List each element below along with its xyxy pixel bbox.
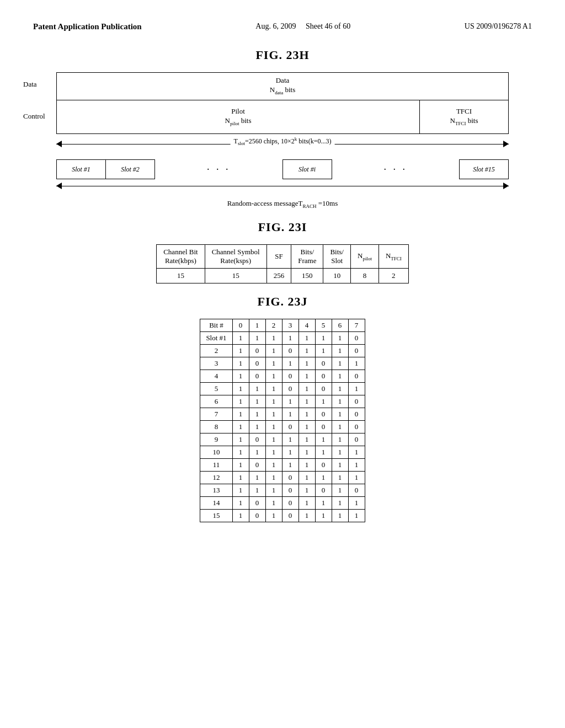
fig23j-slot-label-6: 7 xyxy=(200,408,232,420)
fig23j-val-13-1: 0 xyxy=(249,496,265,509)
fig23j-val-11-1: 1 xyxy=(249,471,265,484)
fig23j-val-8-0: 1 xyxy=(232,433,249,446)
fig23j-val-1-4: 1 xyxy=(299,344,315,357)
fig23j-val-0-1: 1 xyxy=(249,331,265,344)
fig23j-row-4: 511101011 xyxy=(200,382,365,395)
tfci-line2: NTFCI bits xyxy=(450,116,478,127)
fig23j-val-6-4: 1 xyxy=(299,408,315,420)
fig23j-val-4-3: 0 xyxy=(282,382,299,395)
fig23j-val-11-7: 1 xyxy=(348,471,365,484)
fig23j-val-13-2: 1 xyxy=(265,496,282,509)
fig23j-val-10-7: 1 xyxy=(348,458,365,471)
fig23j-val-0-6: 1 xyxy=(332,331,348,344)
fig23j-col-6: 6 xyxy=(332,319,348,331)
fig23j-val-13-0: 1 xyxy=(232,496,249,509)
fig23j-val-4-7: 1 xyxy=(348,382,365,395)
fig23j-val-7-7: 0 xyxy=(348,420,365,433)
slots-arrow xyxy=(56,179,509,195)
fig23j-val-3-4: 1 xyxy=(299,370,315,382)
publication-number: US 2009/0196278 A1 xyxy=(465,22,532,31)
fig23j-val-14-0: 1 xyxy=(232,509,249,522)
tfci-cell: TFCI NTFCI bits xyxy=(420,100,508,133)
fig23j-slot-label-5: 6 xyxy=(200,395,232,408)
fig23j-val-6-2: 1 xyxy=(265,408,282,420)
fig23j-slot-label-13: 14 xyxy=(200,496,232,509)
fig23j-row-10: 1110111011 xyxy=(200,458,365,471)
fig23j-val-5-5: 1 xyxy=(315,395,332,408)
tfci-line1: TFCI xyxy=(450,107,478,116)
fig23j-val-13-5: 1 xyxy=(315,496,332,509)
fig23j-val-12-6: 1 xyxy=(332,484,348,496)
fig23j-val-2-3: 1 xyxy=(282,357,299,370)
control-label: Control xyxy=(23,112,45,121)
fig23j-val-5-2: 1 xyxy=(265,395,282,408)
publication-date: Aug. 6, 2009 xyxy=(255,22,296,30)
fig23i-channel-bit-val: 15 xyxy=(157,268,205,283)
fig23j-val-3-7: 0 xyxy=(348,370,365,382)
fig23j-val-5-0: 1 xyxy=(232,395,249,408)
fig23i-table: Channel BitRate(kbps) Channel SymbolRate… xyxy=(156,244,409,283)
fig23j-val-8-3: 1 xyxy=(282,433,299,446)
fig23j-val-2-6: 1 xyxy=(332,357,348,370)
fig23j-slot-label-14: 15 xyxy=(200,509,232,522)
fig23j-val-4-6: 1 xyxy=(332,382,348,395)
fig23j-val-11-2: 1 xyxy=(265,471,282,484)
fig23j-col-5: 5 xyxy=(315,319,332,331)
tslot-label: Tslot=2560 chips, 10×2k bits(k=0...3) xyxy=(231,136,335,146)
fig23j-title: FIG. 23J xyxy=(33,295,532,309)
fig23j-val-2-2: 1 xyxy=(265,357,282,370)
fig23j-val-10-1: 0 xyxy=(249,458,265,471)
fig23j-row-7: 811101010 xyxy=(200,420,365,433)
fig23j-val-12-7: 0 xyxy=(348,484,365,496)
slot-gap2: · · · xyxy=(332,159,460,179)
control-row: Pilot Npilot bits TFCI NTFCI bits xyxy=(57,100,508,133)
data-row-line2: Ndata bits xyxy=(270,85,295,96)
fig23j-val-4-1: 1 xyxy=(249,382,265,395)
fig23j-val-4-4: 1 xyxy=(299,382,315,395)
slot2-box: Slot #2 xyxy=(105,159,155,179)
fig23i-data-row: 15 15 256 150 10 8 2 xyxy=(157,268,409,283)
fig23j-val-0-3: 1 xyxy=(282,331,299,344)
page: Patent Application Publication Aug. 6, 2… xyxy=(0,0,565,728)
fig23j-val-14-6: 1 xyxy=(332,509,348,522)
fig23j-val-14-4: 1 xyxy=(299,509,315,522)
fig23j-val-0-2: 1 xyxy=(265,331,282,344)
fig23i-header-row: Channel BitRate(kbps) Channel SymbolRate… xyxy=(157,244,409,268)
fig23j-val-5-3: 1 xyxy=(282,395,299,408)
fig23j-row-9: 1011111111 xyxy=(200,446,365,458)
fig23j-val-13-3: 0 xyxy=(282,496,299,509)
fig23j-val-10-2: 1 xyxy=(265,458,282,471)
fig23j-val-7-1: 1 xyxy=(249,420,265,433)
slots-row: Slot #1 Slot #2 · · · Slot #i · · · Slot… xyxy=(56,159,509,179)
fig23i-table-wrapper: Channel BitRate(kbps) Channel SymbolRate… xyxy=(33,244,532,283)
fig23j-val-1-3: 0 xyxy=(282,344,299,357)
fig23j-row-11: 1211101111 xyxy=(200,471,365,484)
pilot-line2: Npilot bits xyxy=(225,116,252,127)
tslot-arrow: Tslot=2560 chips, 10×2k bits(k=0...3) xyxy=(56,136,509,155)
fig23j-val-5-4: 1 xyxy=(299,395,315,408)
data-row: Data Ndata bits xyxy=(57,73,508,100)
fig23j-val-12-0: 1 xyxy=(232,484,249,496)
fig23j-val-5-1: 1 xyxy=(249,395,265,408)
fig23j-val-12-1: 1 xyxy=(249,484,265,496)
fig23j-val-6-7: 0 xyxy=(348,408,365,420)
fig23j-val-2-0: 1 xyxy=(232,357,249,370)
fig23j-row-12: 1311101010 xyxy=(200,484,365,496)
fig23i-col-sf: SF xyxy=(266,244,291,268)
fig23i-col-ntfci: NTFCI xyxy=(379,244,408,268)
fig23j-val-10-4: 1 xyxy=(299,458,315,471)
fig23j-val-7-6: 1 xyxy=(332,420,348,433)
fig23j-col-3: 3 xyxy=(282,319,299,331)
fig23j-val-1-7: 0 xyxy=(348,344,365,357)
fig23i-channel-symbol-val: 15 xyxy=(205,268,266,283)
fig23h-diagram: Data Ndata bits Pilot Npilot bits TFCI N… xyxy=(56,72,509,134)
sheet-info: Sheet 46 of 60 xyxy=(306,22,350,30)
fig23j-val-8-2: 1 xyxy=(265,433,282,446)
fig23j-val-4-0: 1 xyxy=(232,382,249,395)
fig23j-val-2-7: 1 xyxy=(348,357,365,370)
fig23j-val-1-5: 1 xyxy=(315,344,332,357)
fig23j-slot-label-10: 11 xyxy=(200,458,232,471)
fig23j-table-wrapper: Bit # 0 1 2 3 4 5 6 7 Slot #111111110210… xyxy=(33,319,532,522)
fig23j-val-1-0: 1 xyxy=(232,344,249,357)
fig23j-val-5-6: 1 xyxy=(332,395,348,408)
